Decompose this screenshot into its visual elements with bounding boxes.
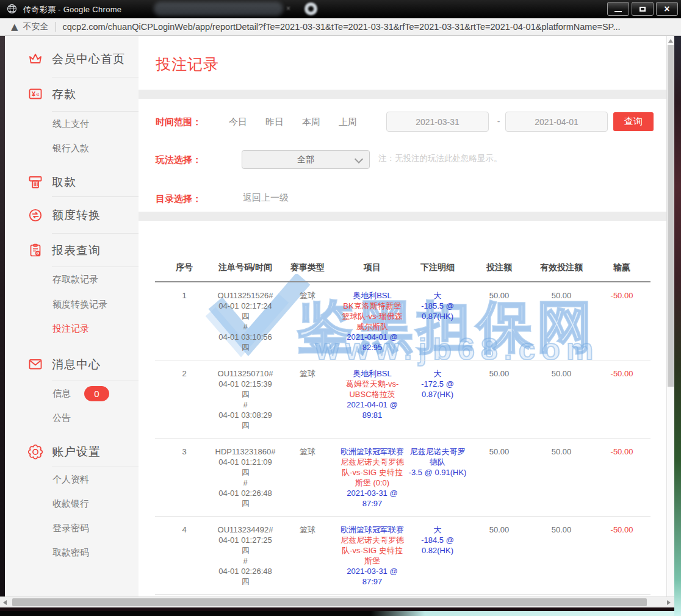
- cell-no: 3: [155, 439, 214, 516]
- chevron-down-icon: [355, 155, 363, 163]
- sidebar-item-announcements[interactable]: 公告: [5, 406, 139, 430]
- crown-icon: [27, 51, 43, 67]
- table-row: 3 HDP113231860#04-01 01:21:09 四 #04-01 0…: [155, 439, 650, 517]
- header-win-loss: 输赢: [593, 262, 650, 273]
- sidebar-sub-label: 个人资料: [52, 474, 89, 485]
- sidebar-item-message-center[interactable]: 消息中心: [5, 348, 139, 381]
- cell-sport: 篮球: [277, 282, 338, 360]
- play-type-selected-value: 全部: [297, 154, 314, 165]
- minimize-button[interactable]: [607, 2, 629, 16]
- sidebar-sub-label: 额度转换记录: [52, 299, 107, 310]
- vertical-scrollbar-thumb[interactable]: [668, 45, 674, 387]
- cell-item: 奥地利BSL 葛姆登天鹅-vs-UBSC格拉茨 2021-04-01 @ 89:…: [338, 360, 406, 438]
- url-text[interactable]: cqcp2.com/chuanQiCPLoginWeb/app/reportDe…: [63, 22, 621, 32]
- cell-item: 欧洲篮球冠军联赛 尼兹尼诺夫哥罗德队-vs-SIG 史特拉斯堡 (0:0) 20…: [338, 439, 406, 516]
- sidebar-item-quota-exchange[interactable]: 额度转换: [5, 197, 139, 234]
- gear-icon: [27, 444, 43, 460]
- filter-play-type: 玩法选择： 全部 注：无投注的玩法此处忽略显示。: [156, 150, 662, 170]
- address-bar[interactable]: ▲ 不安全 cqcp2.com/chuanQiCPLoginWeb/app/re…: [0, 18, 681, 36]
- sidebar-item-deposit[interactable]: ¥ « 存款: [5, 77, 139, 112]
- sidebar-item-deposit-withdraw-records[interactable]: 存取款记录: [5, 267, 139, 292]
- deposit-icon: ¥ «: [27, 87, 43, 102]
- scroll-up-icon[interactable]: [668, 39, 673, 43]
- cell-valid-bet: 50.00: [530, 282, 593, 360]
- desktop-edge-bottom: [0, 611, 674, 616]
- back-up-level-link[interactable]: 返回上一级: [243, 192, 289, 204]
- main-content: 鉴黑担保网 www.jb68.com 投注记录 时间范围： 今日 昨日 本周 上…: [139, 36, 666, 596]
- sidebar-sub-label: 取款密码: [52, 547, 89, 559]
- play-type-note: 注：无投注的玩法此处忽略显示。: [378, 153, 502, 164]
- cell-bet-amount: 50.00: [469, 282, 530, 360]
- sidebar-item-reports[interactable]: 报表查询: [5, 234, 139, 267]
- svg-text:«: «: [36, 91, 40, 98]
- sidebar-item-online-pay[interactable]: 线上支付: [5, 112, 139, 136]
- sidebar-item-profile[interactable]: 个人资料: [5, 467, 139, 492]
- cell-sport: 篮球: [277, 360, 338, 438]
- cell-sport: 篮球: [277, 517, 338, 594]
- cell-valid-bet: 50.00: [530, 517, 593, 594]
- cell-bet-amount: 50.00: [469, 360, 530, 438]
- table-row: 4 OU113234492#04-01 01:27:25 四 #04-01 02…: [155, 517, 650, 595]
- cell-win-loss: -50.00: [593, 517, 650, 594]
- cell-bet-detail: 大-185.5 @ 0.87(HK): [406, 282, 469, 360]
- header-order-time: 注单号码/时间: [214, 262, 277, 273]
- sidebar-sub-label: 登录密码: [52, 523, 89, 534]
- sidebar-item-login-password[interactable]: 登录密码: [5, 516, 139, 540]
- message-count-badge: 0: [84, 386, 109, 401]
- header-bet-amount: 投注额: [469, 262, 530, 273]
- quick-filter-this-week[interactable]: 本周: [302, 116, 320, 128]
- sidebar-item-withdraw-password[interactable]: 取款密码: [5, 540, 139, 565]
- withdraw-icon: [27, 174, 43, 190]
- header-no: 序号: [155, 262, 214, 273]
- filter-directory: 目录选择： 返回上一级: [156, 190, 662, 208]
- sidebar-item-payee-bank[interactable]: 收款银行: [5, 492, 139, 516]
- sidebar-item-withdraw[interactable]: 取款: [5, 167, 139, 197]
- desktop-edge-right: [674, 18, 681, 616]
- cell-valid-bet: 50.00: [530, 439, 593, 516]
- play-type-label: 玩法选择：: [156, 154, 212, 166]
- window-titlebar: 传奇彩票 - Google Chrome × ×: [0, 0, 681, 18]
- desktop-edge-left: [0, 36, 5, 596]
- cell-bet-amount: 50.00: [469, 439, 530, 516]
- maximize-button[interactable]: [632, 2, 654, 16]
- sidebar-item-label: 额度转换: [52, 207, 101, 223]
- close-button[interactable]: ×: [656, 2, 678, 16]
- quick-filter-today[interactable]: 今日: [229, 116, 247, 128]
- date-from-input[interactable]: [386, 112, 489, 132]
- scroll-left-icon[interactable]: [3, 600, 7, 605]
- sidebar-sub-label: 信息: [52, 388, 71, 399]
- report-icon: [27, 243, 43, 259]
- sidebar-sub-label: 线上支付: [52, 118, 89, 130]
- scroll-right-icon[interactable]: [667, 600, 671, 605]
- cell-item: 欧洲篮球冠军联赛 尼兹尼诺夫哥罗德队-vs-SIG 史特拉斯堡 2021-03-…: [338, 517, 406, 594]
- quick-filter-yesterday[interactable]: 昨日: [265, 116, 284, 128]
- horizontal-scrollbar-thumb[interactable]: [12, 598, 647, 606]
- message-icon: [27, 357, 43, 373]
- play-type-select[interactable]: 全部: [242, 150, 370, 169]
- header-item: 项目: [338, 262, 406, 273]
- horizontal-scrollbar[interactable]: [0, 596, 674, 607]
- table-row: 2 OU113250710#04-01 02:15:39 四 #04-01 03…: [155, 360, 650, 439]
- divider-band: [139, 90, 666, 99]
- date-range-dash: -: [494, 116, 503, 126]
- sidebar-item-quota-exchange-records[interactable]: 额度转换记录: [5, 292, 139, 317]
- sidebar-item-bet-records[interactable]: 投注记录: [5, 317, 139, 341]
- header-bet-detail: 下注明细: [406, 262, 469, 273]
- search-button[interactable]: 查询: [613, 112, 654, 131]
- sidebar-item-messages[interactable]: 信息 0: [5, 381, 139, 406]
- table-row: 1 OU113251526#04-01 02:17:24 四 #04-01 03…: [155, 282, 650, 360]
- page-title: 投注记录: [156, 54, 219, 74]
- window-title: 传奇彩票 - Google Chrome: [23, 4, 121, 15]
- url-separator: [56, 22, 56, 32]
- header-sport-type: 赛事类型: [277, 262, 338, 273]
- sidebar: 会员中心首页 ¥ « 存款 线上支付 银行入款 取款: [5, 36, 139, 596]
- quick-filter-last-week[interactable]: 上周: [339, 116, 357, 128]
- date-to-input[interactable]: [505, 112, 608, 132]
- sidebar-item-account-settings[interactable]: 账户设置: [5, 437, 139, 467]
- minimize-icon: [614, 11, 622, 12]
- sidebar-item-member-home[interactable]: 会员中心首页: [5, 41, 139, 77]
- vertical-scrollbar[interactable]: [666, 36, 674, 596]
- sidebar-item-label: 会员中心首页: [52, 51, 125, 67]
- security-label[interactable]: 不安全: [23, 21, 49, 32]
- sidebar-item-bank-deposit[interactable]: 银行入款: [5, 136, 139, 160]
